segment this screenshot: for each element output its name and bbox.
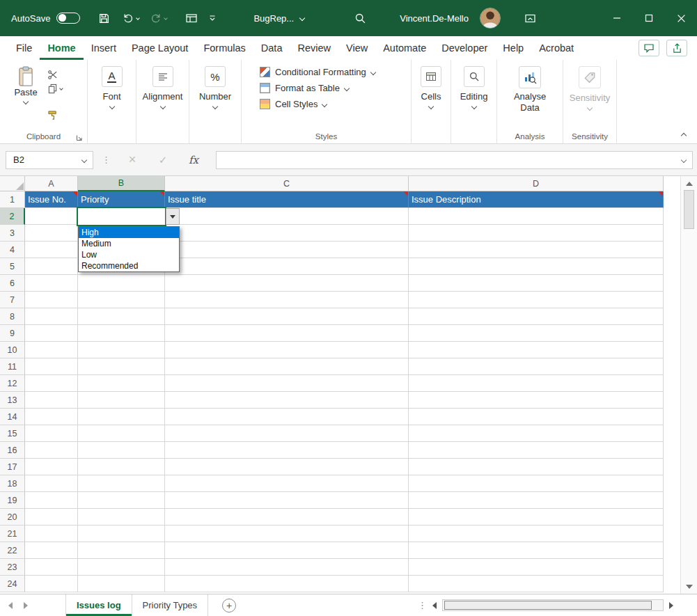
dropdown-option-low[interactable]: Low [79, 249, 179, 260]
cell-A2[interactable] [25, 208, 78, 225]
sheet-tab-issues-log[interactable]: Issues log [65, 594, 132, 616]
ribbon-group-alignment[interactable]: Alignment [136, 60, 189, 143]
row-header-3[interactable]: 3 [0, 225, 25, 242]
validation-dropdown-button[interactable] [166, 208, 180, 225]
cell-C10[interactable] [165, 342, 409, 358]
row-header-7[interactable]: 7 [0, 292, 25, 308]
sensitivity-button[interactable]: Sensitivity [563, 60, 616, 110]
tab-review[interactable]: Review [290, 36, 338, 60]
cell-D5[interactable] [409, 258, 664, 275]
avatar[interactable] [480, 8, 501, 29]
cell-A10[interactable] [25, 342, 78, 358]
cell-D12[interactable] [409, 375, 664, 392]
column-header-B[interactable]: B [78, 176, 165, 191]
conditional-formatting-button[interactable]: Conditional Formatting [260, 67, 411, 77]
cell-D8[interactable] [409, 308, 664, 325]
column-header-D[interactable]: D [409, 176, 664, 191]
row-header-22[interactable]: 22 [0, 542, 25, 559]
horizontal-scrollbar[interactable] [442, 599, 664, 611]
cell-A11[interactable] [25, 358, 78, 375]
cell-C12[interactable] [165, 375, 409, 392]
cell-B12[interactable] [78, 375, 165, 392]
cell-C2[interactable] [165, 208, 409, 225]
format-as-table-button[interactable]: Format as Table [260, 83, 411, 93]
previous-sheet-button[interactable] [8, 602, 13, 609]
undo-button[interactable] [123, 13, 139, 24]
cell-D7[interactable] [409, 292, 664, 308]
name-box[interactable]: B2 [6, 151, 93, 169]
formula-bar-handle[interactable] [102, 155, 111, 165]
cell-C23[interactable] [165, 559, 409, 576]
tab-view[interactable]: View [338, 36, 375, 60]
cell-B8[interactable] [78, 308, 165, 325]
row-header-10[interactable]: 10 [0, 342, 25, 358]
ribbon-group-number[interactable]: % Number [189, 60, 242, 143]
ribbon-group-font[interactable]: A Font [88, 60, 136, 143]
cell-C8[interactable] [165, 308, 409, 325]
column-header-A[interactable]: A [25, 176, 78, 191]
scroll-right-button[interactable] [669, 602, 673, 609]
cell-D10[interactable] [409, 342, 664, 358]
cell-C5[interactable] [165, 258, 409, 275]
minimize-button[interactable] [601, 0, 633, 36]
cell-A17[interactable] [25, 459, 78, 475]
file-title-menu[interactable]: BugRep... [253, 13, 304, 24]
cell-D3[interactable] [409, 225, 664, 242]
cell-B15[interactable] [78, 425, 165, 442]
cell-C20[interactable] [165, 509, 409, 526]
tab-acrobat[interactable]: Acrobat [531, 36, 581, 60]
dropdown-option-medium[interactable]: Medium [79, 238, 179, 249]
cell-A7[interactable] [25, 292, 78, 308]
cell-C4[interactable] [165, 242, 409, 258]
vertical-scrollbar[interactable] [680, 176, 697, 594]
formula-input[interactable] [216, 151, 693, 169]
scroll-up-button[interactable] [681, 177, 697, 189]
row-header-15[interactable]: 15 [0, 425, 25, 442]
save-button[interactable] [98, 13, 110, 24]
expand-formula-bar-icon[interactable] [681, 157, 687, 162]
cell-C24[interactable] [165, 576, 409, 592]
cell-B18[interactable] [78, 475, 165, 492]
cell-A18[interactable] [25, 475, 78, 492]
cell-C3[interactable] [165, 225, 409, 242]
tab-automate[interactable]: Automate [375, 36, 434, 60]
cell-B14[interactable] [78, 409, 165, 425]
cell-B23[interactable] [78, 559, 165, 576]
cell-A5[interactable] [25, 258, 78, 275]
cell-A9[interactable] [25, 325, 78, 342]
cell-B9[interactable] [78, 325, 165, 342]
cell-A8[interactable] [25, 308, 78, 325]
enter-button[interactable] [148, 154, 178, 166]
cell-C19[interactable] [165, 492, 409, 509]
cell-A12[interactable] [25, 375, 78, 392]
cell-B17[interactable] [78, 459, 165, 475]
cell-A14[interactable] [25, 409, 78, 425]
row-header-21[interactable]: 21 [0, 526, 25, 542]
cell-A23[interactable] [25, 559, 78, 576]
cell-A16[interactable] [25, 442, 78, 459]
vertical-scroll-thumb[interactable] [684, 190, 694, 229]
tab-developer[interactable]: Developer [434, 36, 495, 60]
add-sheet-button[interactable] [222, 599, 236, 613]
row-header-13[interactable]: 13 [0, 392, 25, 409]
cell-C16[interactable] [165, 442, 409, 459]
row-header-17[interactable]: 17 [0, 459, 25, 475]
cell-D2[interactable] [409, 208, 664, 225]
cell-D4[interactable] [409, 242, 664, 258]
cell-B20[interactable] [78, 509, 165, 526]
autosave-toggle[interactable] [56, 13, 80, 24]
row-header-8[interactable]: 8 [0, 308, 25, 325]
cell-B10[interactable] [78, 342, 165, 358]
cell-A3[interactable] [25, 225, 78, 242]
cell-A4[interactable] [25, 242, 78, 258]
close-button[interactable] [665, 0, 697, 36]
copy-button[interactable] [47, 81, 63, 95]
customize-toolbar-button[interactable] [207, 13, 217, 23]
cell-B16[interactable] [78, 442, 165, 459]
cell-D20[interactable] [409, 509, 664, 526]
redo-button[interactable] [150, 13, 167, 24]
scroll-down-button[interactable] [681, 581, 697, 592]
row-header-24[interactable]: 24 [0, 576, 25, 592]
cancel-button[interactable] [117, 152, 148, 167]
cell-A24[interactable] [25, 576, 78, 592]
